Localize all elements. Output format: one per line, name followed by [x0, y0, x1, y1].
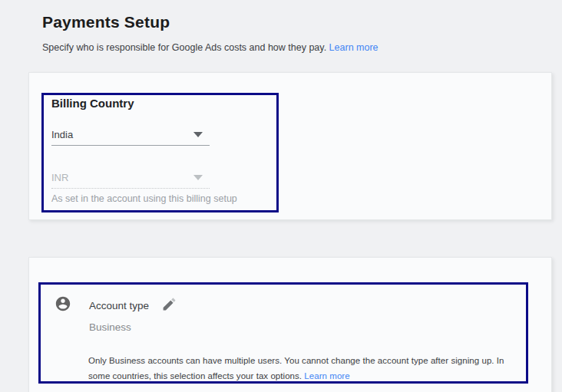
page-subtitle-text: Specify who is responsible for Google Ad…	[42, 42, 326, 53]
billing-country-select[interactable]: India	[51, 124, 210, 146]
description-line-2: some countries, this selection affects y…	[88, 371, 302, 380]
account-circle-icon	[55, 295, 71, 312]
account-type-highlight-box: Account type Business Only Business acco…	[38, 282, 528, 384]
currency-helper-text: As set in the account using this billing…	[51, 193, 237, 204]
billing-country-value: India	[51, 129, 73, 140]
dropdown-arrow-icon	[193, 175, 203, 180]
billing-country-highlight-box: Billing Country India INR As set in the …	[41, 93, 279, 212]
currency-value: INR	[51, 172, 68, 183]
subtitle-learn-more-link[interactable]: Learn more	[329, 42, 379, 53]
billing-country-label: Billing Country	[51, 97, 134, 110]
page-title: Payments Setup	[42, 13, 170, 31]
account-type-description: Only Business accounts can have multiple…	[88, 353, 532, 384]
billing-country-card: Billing Country India INR As set in the …	[28, 72, 552, 220]
account-type-value: Business	[89, 321, 131, 333]
currency-select-disabled: INR	[51, 167, 210, 189]
edit-pencil-icon[interactable]	[161, 296, 177, 312]
account-type-card: Account type Business Only Business acco…	[28, 257, 552, 392]
description-learn-more-link[interactable]: Learn more	[304, 371, 349, 380]
description-line-1: Only Business accounts can have multiple…	[88, 356, 504, 365]
page-subtitle: Specify who is responsible for Google Ad…	[42, 42, 379, 53]
dropdown-arrow-icon	[193, 132, 203, 137]
account-type-label: Account type	[89, 300, 149, 311]
